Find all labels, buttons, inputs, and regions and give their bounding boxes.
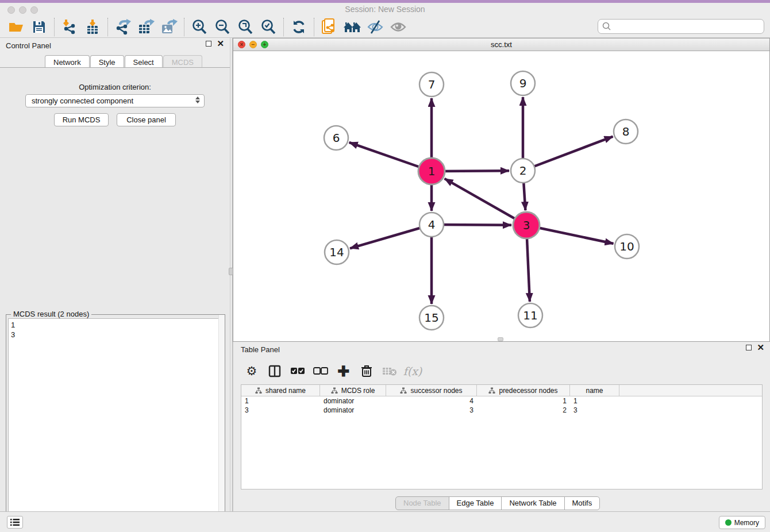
graph-node-label-14: 14 (329, 245, 344, 259)
refresh-icon (291, 20, 306, 34)
task-list-icon (10, 518, 20, 526)
column-header-successor-nodes[interactable]: successor nodes (386, 385, 477, 396)
control-panel-title: Control Panel (6, 41, 51, 50)
function-builder-button: f(x) (402, 361, 423, 381)
tab-motifs[interactable]: Motifs (564, 496, 600, 510)
zoom-fit-button[interactable] (234, 17, 257, 37)
toolbar-separator (283, 18, 284, 36)
deselect-all-button[interactable] (310, 361, 331, 381)
gear-icon: ⚙ (247, 364, 257, 378)
graph-node-label-15: 15 (424, 311, 438, 325)
refresh-button[interactable] (287, 17, 310, 37)
graph-node-label-8: 8 (622, 125, 630, 138)
toolbar-separator (184, 18, 184, 36)
window-title: Session: New Session (0, 3, 770, 16)
memory-status-icon (725, 519, 732, 526)
tab-node-table[interactable]: Node Table (395, 496, 449, 510)
save-icon (32, 20, 46, 34)
minimize-window-icon[interactable] (19, 6, 26, 14)
show-column-button[interactable] (264, 361, 285, 381)
column-header-mcds-role[interactable]: MCDS role (320, 385, 386, 396)
zoom-in-icon (191, 19, 207, 35)
float-panel-icon[interactable] (206, 41, 211, 47)
toolbar-separator (314, 18, 314, 36)
close-panel-icon[interactable]: ✕ (757, 345, 764, 350)
table-panel-title: Table Panel (241, 345, 280, 354)
select-all-button[interactable] (287, 361, 308, 381)
table-settings-button[interactable]: ⚙ (241, 361, 262, 381)
eye-icon (390, 20, 407, 34)
graph-node-label-2: 2 (519, 164, 527, 178)
task-history-button[interactable] (7, 516, 23, 529)
graph-edge-3-1[interactable] (445, 179, 526, 225)
maximize-window-icon[interactable] (30, 6, 38, 14)
memory-button[interactable]: Memory (719, 516, 765, 529)
result-scrollbar[interactable] (218, 315, 225, 530)
fx-icon: f(x) (403, 365, 422, 377)
run-mcds-button[interactable]: Run MCDS (54, 113, 109, 126)
search-box (598, 19, 764, 34)
tab-edge-table[interactable]: Edge Table (449, 496, 502, 510)
home-button[interactable] (341, 17, 364, 37)
zoom-selected-icon (260, 19, 276, 35)
network-window-titlebar[interactable]: × − + scc.txt (233, 38, 769, 51)
hierarchy-icon (255, 387, 262, 394)
select-stepper-icon (195, 97, 200, 103)
graph-node-label-6: 6 (333, 131, 340, 145)
hide-graphics-button[interactable] (364, 17, 387, 37)
zoom-selected-button[interactable] (257, 17, 280, 37)
import-network-button[interactable] (58, 17, 81, 37)
export-table-button[interactable] (134, 17, 157, 37)
mcds-result-text[interactable]: 1 3 (8, 318, 223, 529)
mcds-panel-body: Optimization criterion: strongly connect… (0, 67, 230, 532)
close-panel-button[interactable]: Close panel (117, 113, 176, 126)
memory-label: Memory (734, 519, 759, 527)
column-header-shared-name[interactable]: shared name (241, 385, 320, 396)
column-header-name[interactable]: name (570, 385, 619, 396)
delete-table-button (379, 361, 400, 381)
toolbar-separator (107, 18, 108, 36)
titlebar: Session: New Session (0, 3, 770, 16)
hierarchy-icon (400, 387, 407, 394)
export-network-icon (114, 19, 132, 35)
float-panel-icon[interactable] (746, 345, 752, 350)
maximize-view-icon[interactable]: + (261, 41, 268, 48)
export-image-button[interactable] (157, 17, 180, 37)
open-session-button[interactable] (5, 17, 28, 37)
network-document-button[interactable] (318, 17, 341, 37)
zoom-out-button[interactable] (211, 17, 234, 37)
table-row[interactable]: 3 dominator 3 2 3 (241, 406, 762, 415)
close-panel-icon[interactable]: ✕ (217, 41, 224, 47)
network-canvas[interactable]: 7968124314101511 (233, 51, 769, 342)
close-view-icon[interactable]: × (238, 41, 245, 48)
zoom-out-icon (214, 19, 230, 35)
table-toolbar: ⚙ ✚ f(x) (241, 360, 423, 382)
show-graphics-button[interactable] (387, 17, 410, 37)
status-bar: Memory (0, 511, 770, 532)
mcds-result-title: MCDS result (2 nodes) (11, 310, 91, 318)
table-panel: Table Panel ✕ ⚙ ✚ f(x) (233, 342, 770, 511)
zoom-in-button[interactable] (188, 17, 211, 37)
graph-node-label-7: 7 (428, 78, 436, 91)
hierarchy-icon (488, 387, 495, 394)
export-network-button[interactable] (111, 17, 134, 37)
minimize-view-icon[interactable]: − (249, 41, 257, 48)
tab-network-table[interactable]: Network Table (501, 496, 564, 510)
save-session-button[interactable] (28, 17, 51, 37)
graph-edge-2-8[interactable] (523, 137, 613, 171)
optimization-criterion-select[interactable]: strongly connected component (25, 94, 205, 107)
delete-row-button[interactable] (356, 361, 377, 381)
application-window: Session: New Session (0, 0, 770, 532)
import-network-icon (61, 19, 78, 35)
horizontal-splitter-handle[interactable] (498, 337, 503, 341)
open-folder-icon (8, 20, 24, 34)
main-toolbar (0, 16, 770, 38)
column-header-predecessor-nodes[interactable]: predecessor nodes (477, 385, 570, 396)
zoom-fit-icon (237, 19, 253, 35)
table-row[interactable]: 1 dominator 4 1 1 (241, 396, 762, 406)
import-table-button[interactable] (81, 17, 104, 37)
close-window-icon[interactable] (7, 6, 15, 14)
search-input[interactable] (612, 21, 764, 32)
add-row-button[interactable]: ✚ (333, 361, 354, 381)
home-icon (342, 20, 362, 34)
